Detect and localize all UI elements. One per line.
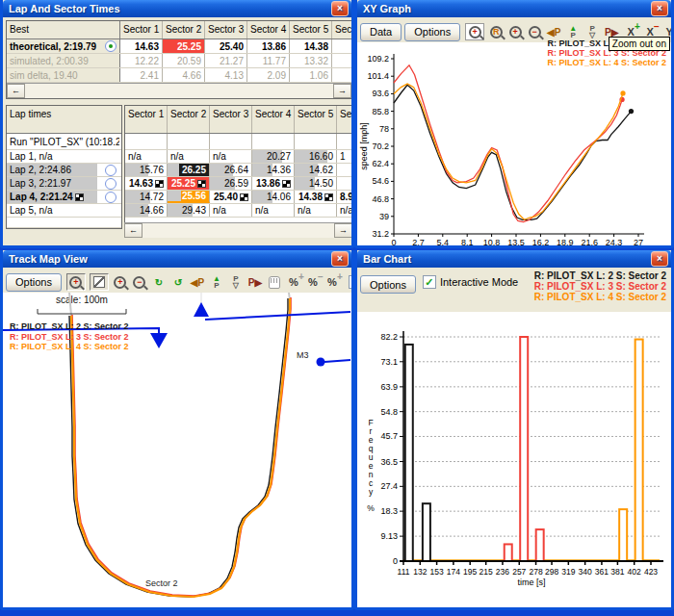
row-label-cell[interactable]: sim delta, 19.40 [7, 68, 120, 82]
add-node-alt-icon[interactable]: %+ [323, 273, 342, 291]
sector-cell[interactable]: 26.64 [210, 164, 252, 176]
table-row[interactable]: theoretical, 2:19.7914.6325.2525.4013.86… [7, 39, 351, 54]
sector-cell[interactable]: 26.25 [168, 164, 210, 176]
lap-label-cell[interactable]: Lap 1, n/a [7, 150, 119, 163]
sector-cell[interactable]: 1.06 [290, 68, 332, 82]
sector-cell[interactable]: n/a [125, 150, 168, 163]
zoom-in-icon[interactable]: + [111, 273, 130, 291]
lap-label-cell[interactable]: Lap 3, 2:21.97 [7, 177, 119, 190]
sector-cell[interactable]: 13.32 [290, 54, 332, 67]
bar-window-titlebar[interactable]: Bar Chart × [357, 250, 671, 268]
lap-table-scrollbar[interactable]: ←→ [124, 222, 352, 238]
sector-cell[interactable]: n/a [252, 204, 295, 217]
sector-cell[interactable]: 20.27 [252, 150, 295, 163]
sector-cell[interactable] [337, 164, 352, 176]
track-map[interactable]: scale: 100m R: PILOT_SX L: 2 S: Sector 2… [3, 293, 351, 607]
sector-cell[interactable]: 21.27 [205, 54, 247, 67]
scroll-right-button[interactable]: → [333, 84, 351, 98]
sector-cell[interactable]: n/a [210, 204, 252, 217]
sector-cell[interactable]: 14.06 [252, 191, 295, 203]
zoom-window-icon[interactable]: + [66, 273, 86, 291]
lap-row[interactable]: n/an/an/a20.2716.601 [125, 150, 351, 164]
zoom-in-icon[interactable]: + [506, 23, 525, 40]
sector-cell[interactable]: 16.60 [295, 150, 337, 163]
sector-cell[interactable]: 14.36 [252, 164, 295, 176]
zoom-out-icon[interactable]: − [130, 273, 149, 291]
sector-cell[interactable]: 14.62 [295, 164, 337, 176]
scroll-right-button[interactable]: → [334, 223, 352, 238]
rotate-ccw-icon[interactable]: ↺ [168, 273, 188, 291]
sector-cell[interactable]: 4.13 [205, 68, 247, 82]
xy-window-titlebar[interactable]: XY Graph × [357, 0, 671, 17]
sector-cell[interactable]: 25.40 [205, 39, 247, 53]
sector-cell[interactable]: 2.09 [247, 68, 290, 82]
add-node-icon[interactable]: %+ [284, 273, 303, 291]
lap-row[interactable]: Lap 3, 2:21.97 [7, 177, 121, 191]
lap-row[interactable]: Lap 5, n/a [7, 204, 121, 218]
remove-node-icon[interactable]: %− [303, 273, 323, 291]
lap-window-titlebar[interactable]: Lap And Sector Times × [3, 0, 351, 17]
sector-cell[interactable]: n/a [168, 150, 210, 163]
zoom-window-icon[interactable]: + [465, 23, 484, 40]
sector-cell[interactable]: 1 [337, 150, 352, 163]
prev-marker-icon[interactable]: ◀P [188, 273, 207, 291]
zoom-undo-icon[interactable]: R [486, 23, 506, 40]
options-button[interactable]: Options [404, 23, 460, 41]
sector-cell[interactable]: n/a [295, 204, 337, 217]
table-row[interactable]: simulated, 2:00.3912.2220.5921.2711.7713… [7, 54, 351, 68]
sector-cell[interactable]: 14.38 [290, 39, 332, 53]
sector-cell[interactable]: 14.63 [120, 39, 163, 53]
lap-row[interactable]: 14.6325.2526.5913.8614.50 [125, 177, 351, 191]
zoom-out-icon[interactable]: − [525, 23, 544, 40]
options-button[interactable]: Options [6, 273, 62, 292]
sector-cell[interactable]: 12.22 [120, 54, 163, 67]
scroll-left-button[interactable]: ← [7, 84, 25, 98]
sector-cell[interactable] [332, 39, 352, 53]
sector-cell[interactable]: 25.56 [168, 191, 210, 203]
close-icon[interactable]: × [331, 1, 349, 16]
sector-cell[interactable]: 29.43 [168, 204, 210, 217]
sector-cell[interactable]: 25.25 [163, 39, 205, 53]
sector-cell[interactable] [332, 54, 352, 67]
sector-cell[interactable]: 14.50 [295, 177, 337, 190]
lap-label-cell[interactable]: Lap 2, 2:24.86 [7, 164, 119, 176]
lap-label-cell[interactable]: Lap 5, n/a [7, 204, 119, 217]
scroll-left-button[interactable]: ← [124, 223, 143, 238]
sector-cell[interactable]: 13.86 [247, 39, 290, 53]
sector-cell[interactable]: 26.59 [210, 177, 252, 190]
interactive-mode-checkbox[interactable]: ✓ Interactive Mode [423, 275, 518, 289]
sector-cell[interactable]: 13.86 [252, 177, 295, 190]
bar-plot-area[interactable]: 09.1318.327.436.545.754.863.973.182.2111… [357, 312, 671, 607]
lap-row[interactable]: 14.6629.43n/an/an/an/a [125, 204, 351, 218]
xy-plot-area[interactable]: 31.23946.854.662.470.27885.893.6101.4109… [357, 42, 671, 245]
best-table-scrollbar[interactable]: ←→ [7, 83, 351, 98]
options-button[interactable]: Options [360, 275, 416, 294]
radio-unselected[interactable] [105, 192, 117, 203]
sector-cell[interactable]: 4.66 [163, 68, 205, 82]
next-marker-icon[interactable]: P▶ [246, 273, 265, 291]
interactive-mode-checkbox[interactable]: ✓ Interactive Mode [349, 275, 351, 289]
row-label-cell[interactable]: theoretical, 2:19.79 [7, 39, 120, 53]
lap-row[interactable]: 15.7626.2526.6414.3614.62 [125, 164, 351, 177]
sector-cell[interactable]: 8.9 [337, 191, 352, 203]
sector-cell[interactable]: 14.72 [125, 191, 168, 203]
fit-track-icon[interactable] [90, 273, 109, 291]
track-window-titlebar[interactable]: Track Map View × [3, 250, 351, 268]
rotate-cw-icon[interactable]: ↻ [149, 273, 168, 291]
lap-row[interactable]: Lap 1, n/a [7, 150, 121, 164]
sector-cell[interactable]: n/a [210, 150, 252, 163]
close-icon[interactable]: × [651, 1, 668, 16]
sector-cell[interactable]: 20.59 [163, 54, 205, 67]
close-icon[interactable]: × [651, 251, 668, 267]
lap-row[interactable]: Lap 2, 2:24.86 [7, 164, 121, 177]
radio-selected[interactable] [105, 40, 117, 52]
close-icon[interactable]: × [331, 251, 349, 267]
sector-cell[interactable]: 14.63 [125, 177, 168, 190]
sector-cell[interactable]: 11.77 [247, 54, 290, 67]
sector-cell[interactable]: 14.66 [125, 204, 168, 217]
radio-unselected[interactable] [105, 178, 117, 190]
data-button[interactable]: Data [360, 23, 402, 41]
lap-row[interactable]: Lap 4, 2:21.24 [7, 191, 121, 204]
pan-hand-icon[interactable] [265, 273, 284, 291]
sector-cell[interactable] [337, 177, 352, 190]
